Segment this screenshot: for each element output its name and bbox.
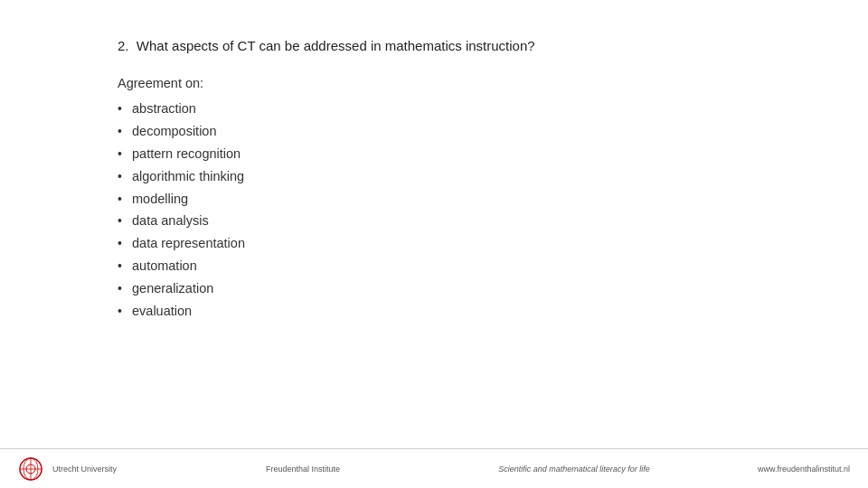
question-body: What aspects of CT can be addressed in m…	[137, 38, 535, 53]
list-item: •modelling	[118, 188, 750, 211]
university-logo	[18, 456, 43, 482]
list-item: •algorithmic thinking	[118, 165, 750, 188]
main-content: 2. What aspects of CT can be addressed i…	[0, 0, 868, 448]
list-item: •data representation	[118, 232, 750, 255]
bullet-icon: •	[118, 120, 132, 142]
footer: Utrecht University Freudenthal Institute…	[0, 448, 868, 488]
footer-institute: Freudenthal Institute	[163, 465, 443, 474]
bullet-icon: •	[118, 165, 132, 187]
bullet-icon: •	[118, 98, 132, 119]
list-item: •pattern recognition	[118, 143, 750, 165]
agreement-label: Agreement on:	[118, 76, 750, 90]
list-item: •generalization	[118, 277, 750, 300]
bullet-list: •abstraction •decomposition •pattern rec…	[118, 98, 750, 323]
bullet-icon: •	[118, 143, 132, 164]
footer-tagline: Scientific and mathematical literacy for…	[443, 465, 705, 474]
footer-left: Utrecht University	[18, 456, 163, 482]
question-block: 2. What aspects of CT can be addressed i…	[118, 36, 750, 56]
list-item: •automation	[118, 255, 750, 277]
footer-website: www.freudenthalinstitut.nl	[705, 465, 850, 474]
slide: 2. What aspects of CT can be addressed i…	[0, 0, 868, 488]
question-number: 2.	[118, 38, 129, 53]
university-name: Utrecht University	[52, 465, 117, 474]
list-item: •abstraction	[118, 98, 750, 120]
bullet-icon: •	[118, 255, 132, 277]
question-text: 2. What aspects of CT can be addressed i…	[118, 36, 750, 56]
bullet-icon: •	[118, 210, 132, 231]
bullet-icon: •	[118, 300, 132, 322]
list-item: •evaluation	[118, 300, 750, 323]
bullet-icon: •	[118, 232, 132, 254]
bullet-icon: •	[118, 277, 132, 299]
bullet-icon: •	[118, 188, 132, 210]
list-item: •decomposition	[118, 120, 750, 143]
list-item: •data analysis	[118, 210, 750, 232]
